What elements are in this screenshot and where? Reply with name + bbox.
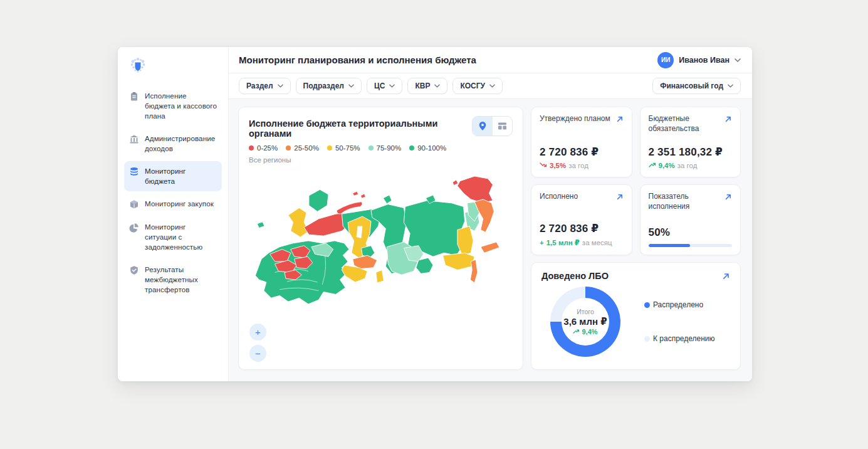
external-link-icon[interactable] xyxy=(724,193,732,211)
view-toggle xyxy=(472,116,513,136)
kpi-delta-suffix: за месяц xyxy=(582,239,612,246)
sidebar-item-transfer-results[interactable]: Результаты межбюджетных трансфертов xyxy=(124,260,222,300)
filter-podrazdel[interactable]: Подраздел xyxy=(296,78,362,94)
sidebar-item-label: Мониторинг закупок xyxy=(145,199,214,209)
trend-up-icon xyxy=(649,162,656,169)
app-window: Исполнение бюджета и кассового плана Адм… xyxy=(118,47,752,381)
chevron-down-icon xyxy=(389,84,395,88)
filter-label: Финансовый год xyxy=(660,82,723,90)
legend-dot xyxy=(644,302,650,308)
legend-item: 90-100% xyxy=(409,144,446,152)
legend-item: Распределено xyxy=(644,300,715,309)
legend-item: 25-50% xyxy=(286,144,319,152)
user-name: Иванов Иван xyxy=(679,56,729,65)
sidebar-item-label: Мониторинг бюджета xyxy=(145,166,217,186)
filter-label: ЦС xyxy=(374,82,385,90)
kpi-card-budget-obligations: Бюджетные обязательства 2 351 180,32 ₽ 9… xyxy=(640,107,741,177)
map-card: Исполнение бюджета территориальными орга… xyxy=(238,107,523,370)
kpi-delta-suffix: за год xyxy=(677,162,698,169)
filter-label: Подраздел xyxy=(303,82,344,90)
filter-kvr[interactable]: КВР xyxy=(407,78,447,94)
sidebar-item-debt-monitoring[interactable]: Мониторинг ситуации с задолженностью xyxy=(124,217,222,257)
top-bar: Мониторинг планирования и исполнения бюд… xyxy=(229,47,752,73)
execution-progress-bar xyxy=(649,244,733,247)
kpi-label: Бюджетные обязательства xyxy=(649,114,721,134)
ministry-emblem-icon xyxy=(129,57,147,73)
chevron-down-icon xyxy=(434,84,440,88)
filter-pills: Раздел Подраздел ЦС КВР КОСГУ xyxy=(239,78,503,94)
russia-choropleth-map[interactable] xyxy=(249,175,514,346)
kpi-delta-value: 3,5% xyxy=(550,162,566,169)
kpi-card-execution-rate: Показатель исполнения 50% xyxy=(640,184,741,255)
legend-item: К распределению xyxy=(644,334,715,343)
zoom-out-button[interactable]: − xyxy=(249,345,266,362)
dashboard-content: Исполнение бюджета территориальными орга… xyxy=(229,99,752,381)
chevron-down-icon xyxy=(278,84,283,88)
trend-down-icon xyxy=(540,162,547,169)
filter-bar: Раздел Подраздел ЦС КВР КОСГУ xyxy=(229,73,752,99)
filter-label: Раздел xyxy=(246,82,273,90)
legend-dot xyxy=(327,145,332,151)
sidebar-item-budget-monitoring[interactable]: Мониторинг бюджета xyxy=(124,161,222,191)
sidebar-item-procurement-monitoring[interactable]: Мониторинг закупок xyxy=(124,194,222,214)
external-link-icon[interactable] xyxy=(616,115,624,124)
sidebar-item-budget-execution[interactable]: Исполнение бюджета и кассового плана xyxy=(124,86,222,126)
lbo-card-title: Доведено ЛБО xyxy=(541,271,609,281)
filter-financial-year[interactable]: Финансовый год xyxy=(652,78,741,94)
lbo-card: Доведено ЛБО Итого 3,6 млн ₽ 9,4% xyxy=(531,262,741,370)
sidebar-item-label: Администрирование доходов xyxy=(145,134,217,154)
chevron-down-icon xyxy=(489,84,495,88)
table-view-button[interactable] xyxy=(493,117,512,135)
user-menu[interactable]: ИИ Иванов Иван xyxy=(657,52,741,68)
filter-razdel[interactable]: Раздел xyxy=(239,78,291,94)
legend-label: 75-90% xyxy=(377,144,402,152)
map-legend: 0-25% 25-50% 50-75% 75-90% 90-100% xyxy=(249,144,513,152)
donut-delta-value: 9,4% xyxy=(582,328,597,335)
pie-chart-icon xyxy=(129,223,139,233)
external-link-icon[interactable] xyxy=(616,193,624,202)
map-subtitle: Все регионы xyxy=(249,156,513,164)
sidebar-item-label: Результаты межбюджетных трансфертов xyxy=(145,265,217,295)
filter-kosgu[interactable]: КОСГУ xyxy=(452,78,503,94)
kpi-value: 50% xyxy=(649,226,733,239)
kpi-card-executed: Исполнено 2 720 836 ₽ + 1,5 млн ₽ за мес… xyxy=(531,184,632,255)
bank-icon xyxy=(129,134,139,144)
clipboard-icon xyxy=(129,92,139,102)
filter-cs[interactable]: ЦС xyxy=(367,78,402,94)
map-stage: + − xyxy=(249,166,513,361)
legend-item: 50-75% xyxy=(327,144,360,152)
donut-center-delta: 9,4% xyxy=(573,328,597,335)
sidebar: Исполнение бюджета и кассового плана Адм… xyxy=(118,47,229,381)
sidebar-item-income-administration[interactable]: Администрирование доходов xyxy=(124,129,222,159)
map-card-title: Исполнение бюджета территориальными орга… xyxy=(249,116,472,139)
execution-progress-fill xyxy=(649,244,691,247)
legend-label: 90-100% xyxy=(417,144,446,152)
filter-label: КВР xyxy=(415,82,430,90)
shield-check-icon xyxy=(129,265,139,275)
zoom-in-button[interactable]: + xyxy=(249,324,266,341)
kpi-value: 2 351 180,32 ₽ xyxy=(649,145,733,159)
kpi-value: 2 720 836 ₽ xyxy=(540,145,624,159)
map-zoom-controls: + − xyxy=(249,324,266,362)
sidebar-item-label: Исполнение бюджета и кассового плана xyxy=(145,91,217,121)
kpi-delta-value: 1,5 млн ₽ xyxy=(546,238,580,247)
chevron-down-icon xyxy=(728,84,733,88)
avatar: ИИ xyxy=(657,52,674,68)
legend-item: 0-25% xyxy=(249,144,278,152)
main-area: Мониторинг планирования и исполнения бюд… xyxy=(229,47,752,381)
cube-icon xyxy=(129,199,139,209)
sidebar-item-label: Мониторинг ситуации с задолженностью xyxy=(145,222,217,252)
legend-dot xyxy=(409,145,414,151)
legend-dot xyxy=(644,336,650,342)
kpi-label: Исполнено xyxy=(540,192,578,202)
external-link-icon[interactable] xyxy=(724,115,732,134)
legend-label: 25-50% xyxy=(294,144,319,152)
legend-label: 0-25% xyxy=(257,144,278,152)
trend-up-icon xyxy=(573,328,580,335)
external-link-icon[interactable] xyxy=(722,272,730,281)
plus-icon: + xyxy=(540,239,544,246)
lbo-donut-center: Итого 3,6 млн ₽ 9,4% xyxy=(562,298,609,346)
legend-label: 50-75% xyxy=(335,144,360,152)
map-pin-icon xyxy=(478,121,487,131)
map-view-button[interactable] xyxy=(473,117,492,135)
